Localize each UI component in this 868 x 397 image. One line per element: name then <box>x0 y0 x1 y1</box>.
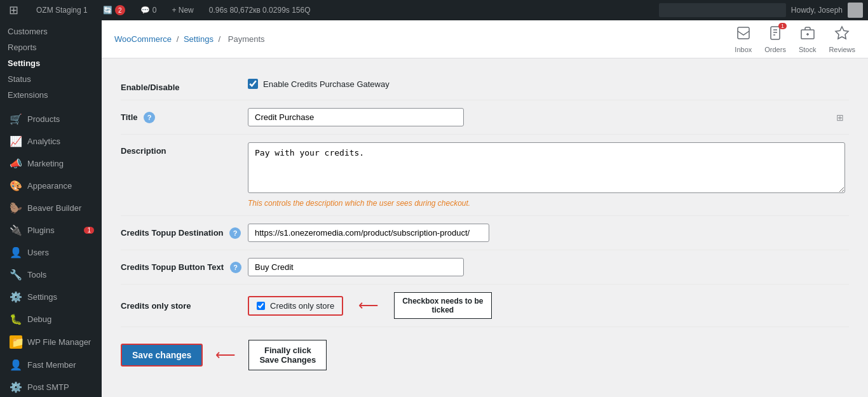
user-avatar <box>848 3 863 18</box>
enable-disable-field: Enable Credits Purchase Gateway <box>248 79 849 89</box>
credits-topup-button-input[interactable] <box>248 258 464 276</box>
settings-wp-label: Settings <box>27 292 94 302</box>
credits-topup-button-field <box>248 258 849 276</box>
svg-rect-0 <box>738 27 749 39</box>
sidebar-item-reports[interactable]: Reports <box>0 39 102 55</box>
credits-topup-dest-input[interactable] <box>248 224 489 242</box>
main-content: WooCommerce / Settings / Payments Inbox … <box>102 20 868 397</box>
description-textarea[interactable]: Pay with your credits. <box>248 142 845 193</box>
stock-icon <box>800 25 815 44</box>
sidebar-item-extensions[interactable]: Extensions <box>0 87 102 103</box>
wp-file-manager-icon: 📁 <box>10 335 22 349</box>
breadcrumb-current: Payments <box>228 34 265 44</box>
reviews-icon-item[interactable]: Reviews <box>829 25 855 53</box>
credits-only-store-bordered: Credits only store <box>248 296 343 316</box>
sidebar-item-tools[interactable]: 🔧 Tools <box>0 264 102 286</box>
users-label: Users <box>27 248 94 257</box>
plugins-badge: 1 <box>84 227 94 234</box>
sidebar-item-fast-member[interactable]: 👤 Fast Member <box>0 354 102 376</box>
wp-logo-icon: ⊞ <box>9 3 18 17</box>
sidebar-item-plugins[interactable]: 🔌 Plugins 1 <box>0 219 102 241</box>
analytics-label: Analytics <box>27 137 94 146</box>
credits-topup-button-help-icon[interactable]: ? <box>230 262 241 273</box>
comments-item[interactable]: 💬 0 <box>137 0 161 20</box>
sidebar-item-status[interactable]: Status <box>0 71 102 87</box>
sidebar-item-beaver-builder[interactable]: 🦫 Beaver Builder <box>0 197 102 219</box>
post-smtp-icon: ⚙️ <box>10 381 22 393</box>
top-bar: WooCommerce / Settings / Payments Inbox … <box>102 20 868 58</box>
svg-rect-1 <box>771 27 780 39</box>
form-area: Enable/Disable Enable Credits Purchase G… <box>102 58 868 396</box>
credits-topup-dest-help-icon[interactable]: ? <box>229 227 241 239</box>
sidebar-item-appearance[interactable]: 🎨 Appearance <box>0 175 102 197</box>
analytics-icon: 📈 <box>10 135 22 147</box>
orders-label: Orders <box>764 46 786 53</box>
sidebar-item-products[interactable]: 🛒 Products <box>0 108 102 130</box>
sidebar-item-settings[interactable]: Settings <box>0 55 102 71</box>
appearance-icon: 🎨 <box>10 180 22 192</box>
stock-label: Stock <box>799 46 817 53</box>
inbox-icon-item[interactable]: Inbox <box>735 25 752 53</box>
new-label: + New <box>172 6 193 15</box>
orders-icon: 1 <box>768 25 783 44</box>
credits-only-store-label: Credits only store <box>121 301 248 311</box>
users-icon: 👤 <box>10 246 22 259</box>
breadcrumb: WooCommerce / Settings / Payments <box>114 34 735 44</box>
breadcrumb-woocommerce[interactable]: WooCommerce <box>114 34 172 44</box>
save-arrow-left: ⟵ <box>215 347 236 363</box>
marketing-icon: 📣 <box>10 158 22 170</box>
fast-member-icon: 👤 <box>10 359 22 371</box>
credits-topup-dest-label: Credits Topup Destination ? <box>121 224 248 239</box>
description-field: Pay with your credits. This controls the… <box>248 142 849 208</box>
comments-icon: 💬 <box>140 6 150 15</box>
debug-label: Debug <box>27 314 94 324</box>
marketing-label: Marketing <box>27 159 94 168</box>
debug-icon: 🐛 <box>10 313 22 325</box>
credits-only-store-field: Credits only store ⟵ Checkbox needs to b… <box>248 292 492 319</box>
plugins-icon: 🔌 <box>10 224 22 236</box>
description-row: Description Pay with your credits. This … <box>121 135 849 216</box>
stock-icon-item[interactable]: Stock <box>799 25 817 53</box>
reviews-label: Reviews <box>829 46 855 53</box>
title-input-icon: ⊞ <box>836 112 844 123</box>
description-label: Description <box>121 142 248 156</box>
enable-checkbox-label[interactable]: Enable Credits Purchase Gateway <box>248 79 849 89</box>
inbox-icon <box>736 25 751 44</box>
save-row: Save changes ⟵ Finally click Save Change… <box>121 327 849 383</box>
tools-icon: 🔧 <box>10 269 22 281</box>
top-icons: Inbox 1 Orders Stock <box>735 25 855 53</box>
site-name-label: OZM Staging 1 <box>36 6 88 15</box>
title-input[interactable] <box>248 108 464 126</box>
wp-logo[interactable]: ⊞ <box>5 0 25 20</box>
credits-only-store-checkbox[interactable] <box>257 302 265 310</box>
title-help-icon[interactable]: ? <box>144 112 155 123</box>
credits-only-store-row: Credits only store Credits only store ⟵ … <box>121 285 849 327</box>
sidebar-item-analytics[interactable]: 📈 Analytics <box>0 130 102 152</box>
sidebar-item-wp-file-manager[interactable]: 📁 WP File Manager <box>0 330 102 354</box>
admin-search-input[interactable] <box>659 3 786 17</box>
site-name[interactable]: OZM Staging 1 <box>32 0 92 20</box>
orders-icon-item[interactable]: 1 Orders <box>764 25 786 53</box>
description-help: This controls the description which the … <box>248 199 849 208</box>
updates-item[interactable]: 🔄 2 <box>99 0 129 20</box>
title-label: Title ? <box>121 108 248 123</box>
svg-marker-8 <box>836 27 848 39</box>
new-button[interactable]: + New <box>168 0 197 20</box>
sidebar-item-users[interactable]: 👤 Users <box>0 241 102 264</box>
post-smtp-label: Post SMTP <box>27 382 94 392</box>
sidebar-item-customers[interactable]: Customers <box>0 20 102 39</box>
credits-topup-dest-row: Credits Topup Destination ? <box>121 216 849 250</box>
breadcrumb-settings[interactable]: Settings <box>184 34 214 44</box>
appearance-label: Appearance <box>27 181 94 191</box>
sidebar-item-post-smtp[interactable]: ⚙️ Post SMTP <box>0 376 102 397</box>
sidebar-item-debug[interactable]: 🐛 Debug <box>0 308 102 330</box>
sidebar: Customers Reports Settings Status Extens… <box>0 20 102 397</box>
save-changes-button[interactable]: Save changes <box>121 344 203 367</box>
sidebar-item-marketing[interactable]: 📣 Marketing <box>0 152 102 175</box>
enable-checkbox[interactable] <box>248 79 258 89</box>
sidebar-item-settings-wp[interactable]: ⚙️ Settings <box>0 286 102 308</box>
admin-bar: ⊞ OZM Staging 1 🔄 2 💬 0 + New 0.96s 80,6… <box>0 0 868 20</box>
credits-only-store-text: Credits only store <box>270 301 334 311</box>
annotation-arrow-right: ⟵ <box>358 297 379 314</box>
enable-disable-row: Enable/Disable Enable Credits Purchase G… <box>121 71 849 100</box>
